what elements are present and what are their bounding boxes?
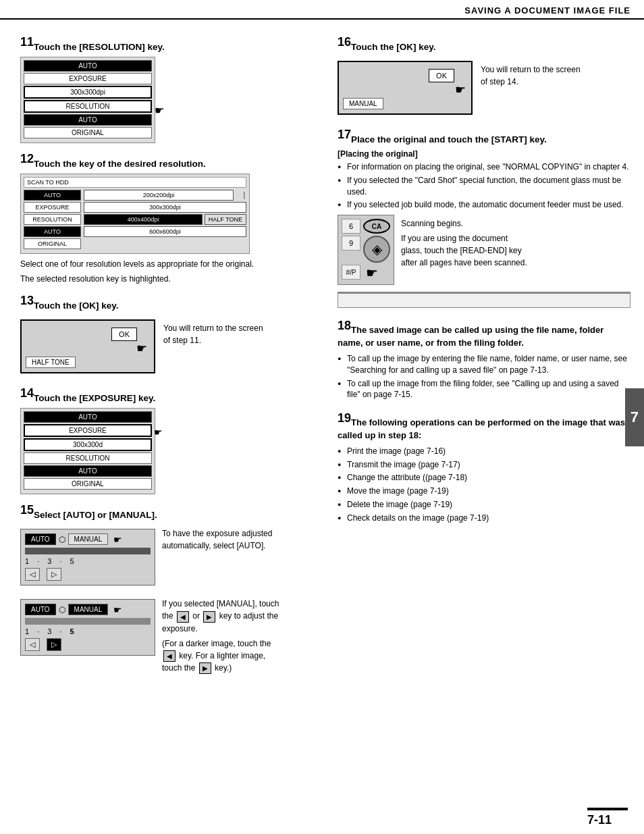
ui14-exposure[interactable]: EXPOSURE ☛ — [24, 424, 152, 437]
scale-5: 5 — [70, 557, 74, 565]
bullet-19-3: Change the attribute ((page 7-18) — [338, 472, 630, 484]
manual-label-16: MANUAL — [343, 98, 383, 109]
right-arrow-btn-2[interactable]: ▷ — [47, 638, 61, 651]
step-12-desc2: The selected resolution key is highlight… — [20, 273, 324, 285]
ui-resolution-val-row[interactable]: 300x300dpi — [24, 86, 152, 99]
page-footer: 7-11 — [587, 809, 628, 827]
res-btn-600[interactable]: 600x600dpi — [84, 226, 246, 237]
hand-16: ☛ — [455, 82, 466, 97]
ui14-auto: AUTO — [24, 411, 152, 423]
bullet-17-1: For information on placing the original,… — [338, 161, 630, 173]
step-16-heading: 16Touch the [OK] key. — [338, 34, 630, 53]
hand-17: ☛ — [366, 265, 378, 281]
res-row-300: 300x300dpi — [84, 202, 246, 213]
auto-btn-1[interactable]: AUTO — [25, 533, 56, 545]
res-row-200: 200x200dpi │ — [84, 190, 246, 201]
scanning-desc1: Scanning begins. — [401, 217, 529, 230]
bullet-18-1: To call up the image by entering the fil… — [338, 353, 630, 376]
left-arrow-btn-2[interactable]: ◁ — [25, 638, 40, 651]
step-11-ui: AUTO EXPOSURE 300x300dpi RESOLUTION ☛ AU… — [20, 57, 155, 143]
scale-1: 1 — [25, 557, 29, 565]
ui-auto2-row: AUTO — [24, 114, 152, 126]
arrow-icon-2: ⬡ — [59, 605, 65, 615]
res-btn-400[interactable]: 400x400dpi — [84, 214, 203, 225]
step-18-num: 18 — [338, 319, 351, 332]
step-12-ui: SCAN TO HDD AUTO EXPOSURE RESOLUTION AUT… — [20, 174, 250, 254]
arrow-icon-1: ⬡ — [59, 535, 65, 544]
scale2-5: 5 — [70, 627, 74, 635]
key-ca[interactable]: CA — [363, 219, 390, 234]
ui-exposure-row[interactable]: EXPOSURE — [24, 73, 152, 84]
darker-btn[interactable]: ◀ — [177, 611, 189, 623]
key-hashp[interactable]: #/P — [342, 265, 360, 280]
ui12-exposure[interactable]: EXPOSURE — [24, 202, 81, 213]
ui-auto-row: AUTO — [24, 60, 152, 72]
step-15-block: 15Select [AUTO] or [MANUAL]. AUTO ⬡ MANU… — [20, 502, 324, 677]
exposure-bar-2 — [25, 618, 151, 625]
step-11-heading: 11Touch the [RESOLUTION] key. — [20, 34, 324, 53]
ok-btn-13[interactable]: OK — [111, 328, 137, 341]
res-btn-200[interactable]: 200x200dpi — [84, 190, 234, 201]
step-14-num: 14 — [20, 386, 34, 400]
step-11-num: 11 — [20, 35, 34, 49]
manual-btn-1[interactable]: MANUAL — [68, 533, 109, 545]
res-row-400: 400x400dpi HALF TONE — [84, 214, 246, 225]
ui14-original: ORIGINAL — [24, 478, 152, 490]
step-15-desc2-block: If you selected [MANUAL], touch the ◀ or… — [162, 595, 280, 677]
res-row-600: 600x600dpi — [84, 226, 246, 237]
ui-resolution-row[interactable]: RESOLUTION ☛ — [24, 100, 152, 113]
manual-btn-2[interactable]: MANUAL — [68, 604, 109, 615]
halftone-btn[interactable]: HALF TONE — [205, 214, 246, 225]
right-arrow-btn-1[interactable]: ▷ — [47, 568, 61, 581]
step-12-body: AUTO EXPOSURE RESOLUTION AUTO ORIGINAL 2… — [24, 190, 246, 251]
lighter-btn2[interactable]: ▶ — [199, 662, 211, 674]
darker-btn2[interactable]: ◀ — [163, 650, 176, 662]
key-start[interactable]: ◈ — [363, 236, 390, 263]
key-9[interactable]: 9 — [342, 236, 360, 251]
step-13-desc: You will return to the screen of step 11… — [163, 322, 271, 346]
bullet-19-2: Transmit the image (page 7-17) — [338, 459, 630, 471]
bullet-17-3: If you selected job build mode, the auto… — [338, 199, 630, 211]
step-12-heading: 12Touch the key of the desired resolutio… — [20, 151, 324, 170]
res-btn-300[interactable]: 300x300dpi — [84, 202, 246, 213]
step-15-desc1: To have the exposure adjusted automatica… — [162, 527, 284, 552]
scanning-text-block: Scanning begins. If you are using the do… — [401, 215, 529, 271]
hand-15b: ☛ — [113, 604, 122, 615]
step-15-num: 15 — [20, 503, 34, 517]
ui14-res-val: 300x300d — [24, 438, 152, 451]
step-13-num: 13 — [20, 294, 34, 307]
step-19-bullet-list: Print the image (page 7-16) Transmit the… — [338, 446, 630, 524]
content-area: 11Touch the [RESOLUTION] key. AUTO EXPOS… — [0, 20, 644, 690]
hand-cursor-11: ☛ — [155, 104, 164, 117]
placing-label: [Placing the original] — [338, 149, 630, 159]
step-12-block: 12Touch the key of the desired resolutio… — [20, 151, 324, 285]
scale-dot1: · — [37, 557, 39, 565]
step-14-block: 14Touch the [EXPOSURE] key. AUTO EXPOSUR… — [20, 386, 324, 494]
step-15-ui-auto: AUTO ⬡ MANUAL ☛ 1 · 3 · 5 — [20, 525, 155, 590]
exposure-bar-1 — [25, 548, 151, 554]
step-18-heading: 18The saved image can be called up using… — [338, 317, 630, 349]
keypad-top-row: 6 CA — [342, 219, 390, 234]
bullet-19-4: Move the image (page 7-19) — [338, 486, 630, 497]
ui12-resolution[interactable]: RESOLUTION — [24, 214, 81, 225]
ui14-auto2: AUTO — [24, 465, 152, 477]
ui12-auto2: AUTO — [24, 226, 81, 237]
step-16-label: Touch the [OK] key. — [351, 42, 436, 52]
step-15-ui-manual: AUTO ⬡ MANUAL ☛ 1 · 3 · 5 — [20, 595, 155, 660]
left-arrow-btn-1[interactable]: ◁ — [25, 568, 40, 581]
auto-btn-2[interactable]: AUTO — [25, 604, 56, 615]
scale2-1: 1 — [25, 627, 29, 635]
ok-btn-16[interactable]: OK — [429, 69, 454, 82]
scale-3: 3 — [47, 557, 51, 565]
step-12-left-panel: AUTO EXPOSURE RESOLUTION AUTO ORIGINAL — [24, 190, 81, 251]
key-6[interactable]: 6 — [342, 219, 360, 234]
step-16-num: 16 — [338, 35, 351, 49]
step-18-label: The saved image can be called up using t… — [338, 325, 603, 348]
lighter-btn[interactable]: ▶ — [203, 611, 215, 623]
ui-original-row: ORIGINAL — [24, 127, 152, 138]
right-column: 16Touch the [OK] key. OK ☛ MANUAL You wi… — [338, 26, 630, 683]
step-12-num: 12 — [20, 152, 34, 165]
ui12-auto: AUTO — [24, 190, 81, 201]
step-19-label: The following operations can be performe… — [338, 418, 625, 440]
scale-dot2: · — [59, 557, 61, 565]
